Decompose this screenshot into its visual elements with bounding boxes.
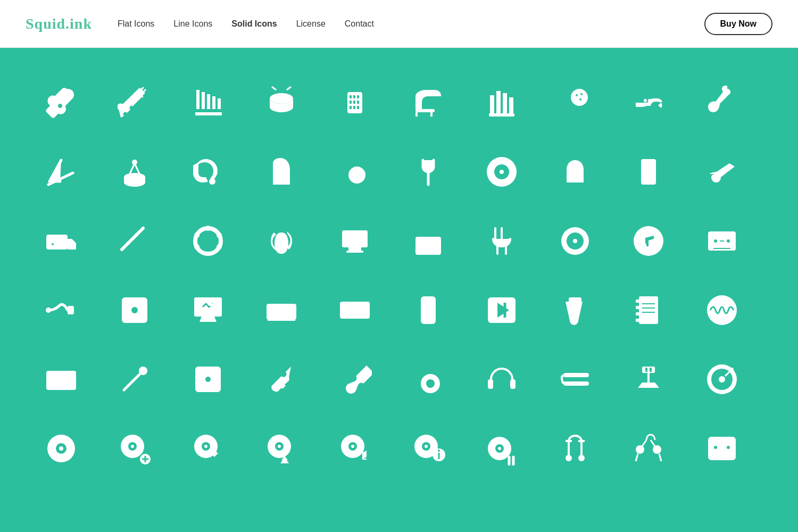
svg-point-51 [646, 174, 651, 178]
nav-license[interactable]: License [296, 19, 326, 29]
nav-solid-icons[interactable]: Solid Icons [231, 19, 277, 29]
svg-point-198 [653, 445, 661, 454]
music-box-icon[interactable] [179, 350, 237, 409]
vinyl-disc-icon[interactable] [693, 350, 751, 409]
drum-kit-icon[interactable] [105, 143, 164, 201]
audio-wave-icon[interactable] [693, 281, 751, 339]
svg-point-65 [280, 237, 283, 240]
car-audio-icon[interactable] [326, 281, 384, 339]
svg-line-200 [659, 454, 661, 461]
logo[interactable]: Squid.ink [26, 15, 92, 32]
flute-icon[interactable] [105, 212, 164, 270]
navbar: Squid.ink Flat Icons Line Icons Solid Ic… [0, 0, 798, 48]
svg-point-21 [580, 93, 583, 95]
cd-arrow-icon[interactable] [179, 419, 237, 478]
svg-rect-123 [636, 300, 639, 303]
usb-stick-icon[interactable] [546, 281, 604, 339]
nav-contact[interactable]: Contact [345, 19, 374, 29]
svg-rect-3 [353, 95, 355, 98]
earphones-icon[interactable] [472, 350, 531, 409]
french-horn-icon[interactable] [179, 143, 237, 201]
music-note-circle-icon[interactable] [619, 212, 678, 270]
svg-rect-126 [636, 319, 639, 322]
headphone-buds-icon[interactable] [546, 419, 604, 478]
amplifier-icon[interactable] [32, 350, 90, 409]
music-monitor-icon[interactable] [179, 281, 237, 339]
guitar-icon[interactable] [32, 73, 90, 132]
bass-guitar-icon[interactable] [105, 73, 164, 132]
electric-guitar-icon[interactable] [252, 350, 311, 409]
boombox-icon[interactable] [252, 281, 311, 339]
svg-rect-13 [430, 112, 433, 117]
nav-line-icons[interactable]: Line Icons [173, 19, 212, 29]
svg-rect-94 [68, 306, 74, 314]
svg-rect-152 [642, 367, 655, 373]
tambourine-icon[interactable] [179, 212, 237, 270]
pan-flute-icon[interactable] [179, 73, 237, 132]
cd-music-icon[interactable] [326, 419, 384, 478]
harp-icon[interactable] [252, 143, 311, 201]
svg-point-203 [714, 446, 717, 449]
usb-cable-icon[interactable] [619, 350, 678, 409]
in-ear-headphones-icon[interactable] [693, 419, 751, 478]
saxophone-icon[interactable] [693, 73, 751, 132]
svg-rect-155 [650, 368, 652, 372]
earbuds-icon[interactable] [619, 419, 678, 478]
svg-rect-111 [357, 306, 367, 308]
svg-rect-8 [350, 106, 352, 109]
play-button-icon[interactable] [472, 281, 531, 339]
electric-guitar2-icon[interactable] [326, 350, 384, 409]
drum-icon[interactable] [252, 73, 311, 132]
svg-rect-115 [423, 300, 434, 307]
cd-pause-icon[interactable] [472, 419, 531, 478]
audio-cable-icon[interactable] [32, 281, 90, 339]
svg-rect-125 [636, 312, 639, 315]
svg-point-134 [66, 374, 71, 378]
svg-point-93 [46, 307, 51, 313]
svg-rect-14 [490, 95, 494, 114]
maraca-icon[interactable] [546, 73, 604, 132]
triangle-icon[interactable] [32, 143, 90, 201]
svg-rect-76 [419, 245, 426, 247]
buy-now-button[interactable]: Buy Now [704, 13, 772, 35]
lyre-icon[interactable] [546, 143, 604, 201]
audio-jack-icon[interactable] [472, 212, 531, 270]
svg-rect-154 [645, 368, 647, 372]
pipe-organ-icon[interactable] [472, 73, 531, 132]
banjo2-icon[interactable] [399, 350, 458, 409]
svg-rect-9 [353, 106, 355, 109]
svg-point-188 [498, 447, 501, 450]
cd-download-icon[interactable] [32, 419, 90, 478]
svg-point-74 [433, 242, 437, 246]
notebook-icon[interactable] [619, 281, 678, 339]
violin-icon[interactable] [252, 212, 311, 270]
music-player-icon[interactable] [32, 212, 90, 270]
grand-piano-icon[interactable] [399, 73, 458, 132]
nav-left: Squid.ink Flat Icons Line Icons Solid Ic… [26, 15, 374, 32]
audio-connector-icon[interactable] [546, 350, 604, 409]
trumpet-icon[interactable] [619, 73, 678, 132]
svg-rect-69 [346, 251, 363, 253]
radio-icon[interactable] [399, 212, 458, 270]
speaker-icon[interactable] [619, 143, 678, 201]
drumstick-icon[interactable] [105, 350, 164, 409]
cd-disc-icon[interactable] [546, 212, 604, 270]
harmonica-icon[interactable] [326, 73, 384, 132]
banjo-icon[interactable] [326, 143, 384, 201]
tuning-fork-icon[interactable] [399, 143, 458, 201]
svg-point-140 [205, 377, 211, 382]
nav-flat-icons[interactable]: Flat Icons [118, 19, 154, 29]
vinyl-record-icon[interactable] [472, 143, 531, 201]
ipod-icon[interactable] [399, 281, 458, 339]
music-screen-icon[interactable] [326, 212, 384, 270]
svg-point-160 [729, 368, 734, 372]
svg-point-26 [713, 107, 718, 111]
svg-rect-5 [350, 101, 352, 104]
music-cd-icon[interactable] [105, 281, 164, 339]
cd-add-icon[interactable] [105, 419, 164, 478]
horn-icon[interactable] [693, 143, 751, 201]
cassette-tape-icon[interactable] [693, 212, 751, 270]
svg-point-117 [426, 313, 430, 318]
cd-info-icon[interactable] [399, 419, 458, 478]
cd-upload-icon[interactable] [252, 419, 311, 478]
